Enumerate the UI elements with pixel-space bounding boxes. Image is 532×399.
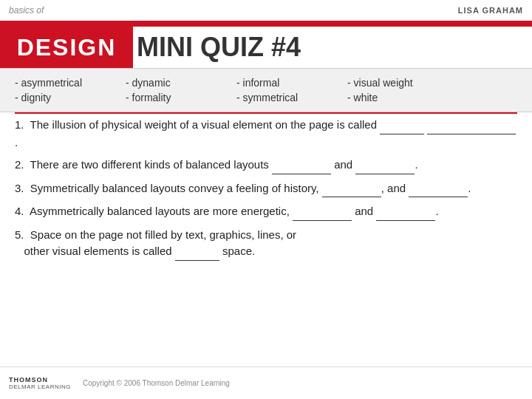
footer-copyright: Copyright © 2006 Thomson Delmar Learning — [83, 379, 230, 387]
question-1: 1. The illusion of physical weight of a … — [15, 117, 517, 151]
word-bank: - asymmetrical - dignity - dynamic - for… — [0, 68, 532, 112]
word-bank-item: - visual weight — [347, 77, 429, 89]
question-number: 3. — [15, 182, 24, 194]
question-number: 2. — [15, 158, 24, 171]
footer-logo-top: THOMSON — [9, 376, 48, 383]
subtitle: basics of — [9, 5, 44, 16]
blank-5 — [175, 243, 219, 261]
quiz-title-area: MINI QUIZ #4 — [137, 27, 532, 68]
word-bank-col-2: - dynamic - formality — [126, 77, 207, 103]
word-bank-item: - symmetrical — [236, 92, 318, 103]
question-5: 5. Space on the page not filled by text,… — [15, 227, 517, 261]
quiz-title: MINI QUIZ #4 — [137, 32, 301, 63]
question-4: 4. Asymmetrically balanced layouts are m… — [15, 203, 517, 221]
blank-2b — [355, 157, 415, 174]
blank-4a — [293, 203, 352, 221]
word-bank-item: - formality — [126, 92, 207, 103]
questions-section: 1. The illusion of physical weight of a … — [15, 117, 517, 362]
question-number: 5. — [15, 228, 24, 241]
word-bank-item: - asymmetrical — [15, 77, 96, 89]
blank-3a — [322, 180, 381, 198]
word-bank-item: - white — [347, 92, 429, 103]
question-2: 2. There are two different kinds of bala… — [15, 157, 517, 174]
footer-logo-bottom: DELMAR LEARNING — [9, 383, 71, 390]
question-3: 3. Symmetrically balanced layouts convey… — [15, 180, 517, 198]
word-bank-item: - dynamic — [126, 77, 207, 89]
design-logo: DESIGN — [0, 27, 133, 68]
blank-3b — [409, 180, 468, 198]
word-bank-item: - informal — [236, 77, 318, 89]
word-bank-item: - dignity — [15, 92, 96, 103]
blank-1a — [380, 117, 424, 134]
blank-2a — [272, 157, 331, 174]
author-name: LISA GRAHAM — [458, 6, 523, 15]
question-number: 4. — [15, 205, 24, 217]
top-bar: basics of LISA GRAHAM — [0, 0, 532, 21]
word-bank-col-1: - asymmetrical - dignity — [15, 77, 96, 103]
word-bank-col-3: - informal - symmetrical — [236, 77, 318, 103]
word-bank-col-4: - visual weight - white — [347, 77, 429, 103]
question-number: 1. — [15, 118, 24, 131]
design-logo-text: DESIGN — [17, 34, 117, 61]
footer-logo: THOMSON DELMAR LEARNING — [9, 376, 71, 390]
footer: THOMSON DELMAR LEARNING Copyright © 2006… — [0, 366, 532, 399]
blank-1b — [427, 117, 516, 134]
blank-4b — [376, 203, 435, 221]
section-divider — [15, 112, 517, 114]
red-accent-bar — [0, 21, 532, 27]
